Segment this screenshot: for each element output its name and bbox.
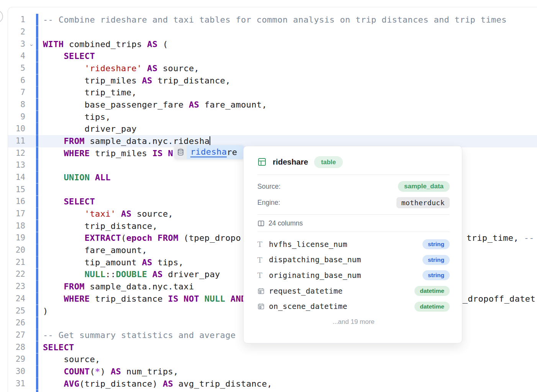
source-badge: sample_data: [398, 181, 450, 192]
code-line[interactable]: driver_pay: [43, 123, 137, 135]
autocomplete-item-rideshare[interactable]: rideshare: [187, 145, 244, 159]
code-line[interactable]: COUNT(*) AS num_trips,: [43, 366, 178, 378]
code-line[interactable]: WHERE trip_distance IS NOT NULL AND: [43, 293, 246, 305]
code-line-continuation[interactable]: trip_time, --: [467, 232, 534, 244]
autocomplete-match-text: ridesha: [190, 147, 227, 157]
column-row: Thvfhs_license_numstring: [257, 237, 450, 252]
code-line[interactable]: SELECT: [43, 50, 95, 62]
column-name: originating_base_num: [269, 271, 422, 280]
code-line[interactable]: ): [43, 305, 48, 317]
column-name: dispatching_base_num: [269, 255, 422, 264]
calendar-clock-icon: [257, 287, 269, 295]
code-line[interactable]: 'taxi' AS source,: [43, 208, 173, 220]
code-line[interactable]: -- Combine rideshare and taxi tables for…: [43, 14, 507, 26]
code-line[interactable]: trip_distance,: [43, 220, 157, 232]
column-name: hvfhs_license_num: [269, 240, 422, 249]
engine-badge: motherduck: [396, 197, 450, 208]
columns-list: Thvfhs_license_numstringTdispatching_bas…: [257, 232, 450, 314]
code-line[interactable]: trip_time,: [43, 87, 137, 99]
code-line[interactable]: base_passenger_fare AS fare_amount,: [43, 99, 267, 111]
autocomplete-rest-text: re: [227, 147, 237, 157]
code-line[interactable]: EXTRACT(epoch FROM (tpep_dropo: [43, 232, 241, 244]
columns-count-row: 24 columns: [257, 215, 450, 232]
code-line[interactable]: NULL::DOUBLE AS driver_pay: [43, 268, 220, 281]
code-line[interactable]: tips,: [43, 111, 111, 123]
code-line[interactable]: UNION ALL: [43, 172, 111, 184]
source-label: Source:: [257, 183, 280, 191]
database-icon: [174, 145, 187, 159]
text-type-icon: T: [257, 256, 269, 264]
column-type-badge: string: [422, 239, 450, 249]
code-line[interactable]: tip_amount AS tips,: [43, 256, 183, 269]
source-row: Source: sample_data: [257, 178, 450, 194]
column-row: Toriginating_base_numstring: [257, 268, 450, 283]
columns-count-label: 24 columns: [268, 219, 303, 227]
popup-title: rideshare: [273, 157, 308, 167]
table-detail-popup: rideshare table Source: sample_data Engi…: [243, 146, 462, 343]
code-line[interactable]: fare_amount,: [43, 244, 147, 256]
table-type-badge: table: [314, 156, 343, 168]
code-line[interactable]: -- Get summary statistics and average: [43, 329, 241, 341]
column-type-badge: datetime: [414, 286, 450, 296]
code-line[interactable]: AVG(trip_time) AS avg_trip_time,: [43, 390, 231, 392]
code-line[interactable]: WITH combined_trips AS (: [43, 38, 168, 51]
code-line[interactable]: WHERE trip_miles IS N: [43, 147, 173, 160]
code-line[interactable]: 'rideshare' AS source,: [43, 62, 199, 75]
column-row: Tdispatching_base_numstring: [257, 252, 450, 268]
autocomplete-tooltip: rideshare: [174, 145, 244, 159]
column-type-badge: datetime: [414, 302, 450, 312]
code-line[interactable]: AVG(trip_distance) AS avg_trip_distance,: [43, 378, 272, 390]
sql-editor-page: { "colors":{ "keyword":"#770088","string…: [0, 0, 537, 392]
table-icon: [257, 157, 267, 167]
popup-meta: Source: sample_data Engine: motherduck: [257, 175, 450, 214]
code-line-continuation[interactable]: p_dropoff_datet: [457, 293, 535, 305]
more-columns-note: ...and 19 more: [257, 318, 450, 326]
column-row: on_scene_datetimedatetime: [257, 299, 450, 314]
column-name: request_datetime: [269, 287, 414, 296]
code-line[interactable]: SELECT: [43, 196, 95, 208]
columns-icon: [257, 220, 265, 227]
engine-label: Engine:: [257, 199, 280, 207]
code-line[interactable]: trip_miles AS trip_distance,: [43, 75, 231, 87]
column-type-badge: string: [422, 270, 450, 280]
code-line[interactable]: FROM sample_data.nyc.taxi: [43, 281, 194, 293]
text-type-icon: T: [257, 271, 269, 279]
column-row: request_datetimedatetime: [257, 283, 450, 299]
engine-row: Engine: motherduck: [257, 194, 450, 211]
code-line[interactable]: SELECT: [43, 341, 74, 354]
popup-header: rideshare table: [257, 146, 450, 168]
column-name: on_scene_datetime: [269, 302, 414, 311]
calendar-clock-icon: [257, 303, 269, 310]
column-type-badge: string: [422, 255, 450, 265]
code-line[interactable]: source,: [43, 353, 100, 366]
text-type-icon: T: [257, 240, 269, 248]
